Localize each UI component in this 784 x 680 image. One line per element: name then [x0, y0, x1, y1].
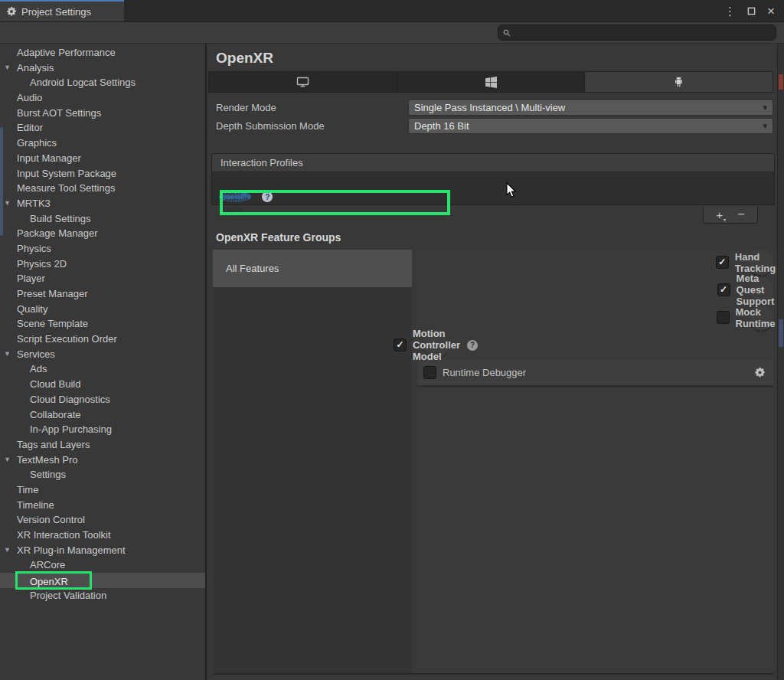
scrollbar-mark — [779, 319, 783, 347]
sidebar-item[interactable]: ▼ Burst AOT Settings — [0, 106, 205, 121]
sidebar-item[interactable]: ▼ Settings — [0, 467, 205, 482]
feature-checkbox[interactable]: ✓ — [394, 338, 407, 351]
feature-groups-header: OpenXR Feature Groups — [216, 231, 784, 245]
sidebar-item-label: Tags and Layers — [17, 439, 90, 450]
field-label: Render Mode — [216, 102, 408, 113]
dropdown[interactable]: Single Pass Instanced \ Multi-view ▾ — [408, 100, 773, 116]
platform-tab[interactable] — [585, 72, 773, 92]
sidebar-item[interactable]: ▼ Android Logcat Settings — [0, 75, 205, 90]
sidebar-scrollbar-thumb[interactable] — [0, 127, 3, 236]
sidebar-item[interactable]: ▼ Build Settings — [0, 211, 205, 227]
feature-checkbox[interactable]: ✓ — [717, 311, 730, 324]
close-icon[interactable]: × — [767, 5, 775, 18]
sidebar-item[interactable]: ▼ In-App Purchasing — [0, 422, 205, 437]
sidebar-item[interactable]: ▼ Physics 2D — [0, 257, 205, 272]
sidebar-item-label: Collaborate — [30, 409, 81, 420]
expander-triangle-icon[interactable]: ▼ — [4, 347, 11, 362]
feature-list: ✓ Hand Tracking ? ✓ Meta — [417, 250, 773, 673]
sidebar-item[interactable]: ▼ Physics — [0, 241, 205, 257]
feature-label: Mock Runtime — [736, 306, 776, 329]
search-input[interactable] — [514, 27, 762, 39]
expander-triangle-icon[interactable]: ▼ — [4, 196, 11, 211]
interaction-profile-row[interactable]: Oculus Touch Controller Profile ? — [219, 191, 251, 202]
sidebar-item[interactable]: ▼ Input Manager — [0, 151, 205, 166]
kebab-menu-icon[interactable]: ⋮ — [724, 5, 736, 17]
sidebar-item[interactable]: ▼ Timeline — [0, 498, 205, 513]
settings-field-row: Depth Submission Mode Depth 16 Bit ▾ — [216, 119, 773, 133]
feature-row: ✓ Meta Quest Support ? — [749, 277, 773, 305]
maximize-icon[interactable] — [747, 7, 756, 15]
feature-row: ✓ Mock Runtime ? — [749, 305, 773, 332]
sidebar-item[interactable]: ▼ Services — [0, 347, 205, 362]
feature-checkbox[interactable]: ✓ — [716, 256, 729, 269]
window-tab[interactable]: Project Settings — [0, 0, 124, 21]
sidebar-item-label: Player — [17, 273, 45, 284]
sidebar-item[interactable]: ▼ Project Validation — [0, 588, 205, 603]
sidebar-item[interactable]: ▼ Preset Manager — [0, 286, 205, 302]
remove-profile-button[interactable]: − — [737, 208, 744, 221]
sidebar-item[interactable]: ▼ Version Control — [0, 512, 205, 528]
sidebar-item[interactable]: ▼ Package Manager — [0, 226, 205, 241]
feature-row: ✓ Runtime Debugger ? — [417, 360, 773, 387]
sidebar-item[interactable]: ▼ Input System Package — [0, 166, 205, 181]
sidebar-item[interactable]: ▼ Tags and Layers — [0, 437, 205, 453]
sidebar-item[interactable]: ▼ Adaptive Performance — [0, 45, 205, 60]
sidebar-item[interactable]: ▼ Scene Template — [0, 316, 205, 332]
render-settings-fields: Render Mode Single Pass Instanced \ Mult… — [216, 100, 773, 133]
feature-groups-area: All Features ✓ Hand Tracking ? — [213, 250, 773, 675]
feature-checkbox[interactable]: ✓ — [423, 366, 436, 379]
platform-tab[interactable] — [209, 72, 397, 92]
project-settings-window: Project Settings ⋮ × ▼ Adaptive — [0, 0, 784, 680]
windows-platform-icon — [485, 77, 497, 88]
checkmark-icon: ✓ — [718, 257, 726, 267]
sidebar-item[interactable]: ▼ Editor — [0, 120, 205, 136]
sidebar-item[interactable]: ▼ Player — [0, 271, 205, 286]
sidebar-item[interactable]: ▼ Quality — [0, 302, 205, 317]
search-field[interactable] — [498, 25, 776, 41]
sidebar-item[interactable]: ▼ Measure Tool Settings — [0, 181, 205, 196]
dropdown-value: Single Pass Instanced \ Multi-view — [414, 102, 565, 113]
sidebar-item-label: Physics — [17, 243, 51, 254]
sidebar-item[interactable]: ▼ MRTK3 — [0, 196, 205, 211]
sidebar-item-label: Analysis — [17, 62, 54, 74]
sidebar-item[interactable]: ▼ Time — [0, 482, 205, 498]
dropdown[interactable]: Depth 16 Bit ▾ — [408, 118, 773, 134]
sidebar-item[interactable]: ▼ XR Interaction Toolkit — [0, 528, 205, 543]
feature-group-list: All Features — [213, 250, 412, 673]
sidebar-item-label: ARCore — [30, 559, 65, 570]
sidebar-item[interactable]: ▼ TextMesh Pro — [0, 453, 205, 468]
sidebar-item-label: TextMesh Pro — [17, 454, 77, 466]
sidebar-item-label: Quality — [17, 303, 47, 315]
sidebar-item-label: Version Control — [17, 514, 85, 525]
sidebar-item-label: Cloud Build — [30, 378, 81, 390]
interaction-profiles-header: Interaction Profiles — [211, 153, 775, 172]
sidebar-item-label: XR Plug-in Management — [17, 544, 126, 556]
sidebar-item-label: Scene Template — [17, 318, 88, 329]
sidebar-item[interactable]: ▼ Ads — [0, 361, 205, 377]
help-icon[interactable]: ? — [467, 340, 478, 351]
feature-row: ✓ Motion Controller Model ? — [424, 332, 449, 360]
add-profile-button[interactable]: +▾ — [716, 209, 725, 221]
feature-checkbox[interactable]: ✓ — [717, 283, 730, 296]
expander-triangle-icon[interactable]: ▼ — [4, 60, 11, 76]
sidebar-item-label: Editor — [17, 122, 43, 133]
expander-triangle-icon[interactable]: ▼ — [4, 543, 11, 558]
feature-group-item[interactable]: All Features — [213, 250, 412, 287]
sidebar-item[interactable]: ▼ Cloud Build — [0, 377, 205, 392]
settings-body: ▼ Adaptive Performance ▼ Analysis ▼ Andr… — [0, 44, 784, 680]
sidebar-item[interactable]: ▼ OpenXR — [0, 573, 205, 588]
platform-tab[interactable] — [397, 72, 586, 92]
sidebar-item-label: Input System Package — [17, 168, 116, 179]
main-scrollbar[interactable] — [777, 44, 784, 680]
sidebar-item[interactable]: ▼ XR Plug-in Management — [0, 543, 205, 558]
sidebar-item[interactable]: ▼ Cloud Diagnostics — [0, 392, 205, 407]
sidebar-item[interactable]: ▼ Audio — [0, 90, 205, 106]
sidebar-item[interactable]: ▼ Script Execution Order — [0, 332, 205, 347]
sidebar-item[interactable]: ▼ Collaborate — [0, 407, 205, 423]
sidebar-item[interactable]: ▼ Analysis — [0, 60, 205, 76]
help-icon[interactable]: ? — [262, 191, 273, 202]
expander-triangle-icon[interactable]: ▼ — [4, 453, 11, 468]
sidebar-item[interactable]: ▼ Graphics — [0, 136, 205, 151]
window-title: Project Settings — [21, 6, 91, 18]
gear-icon[interactable] — [754, 367, 766, 378]
